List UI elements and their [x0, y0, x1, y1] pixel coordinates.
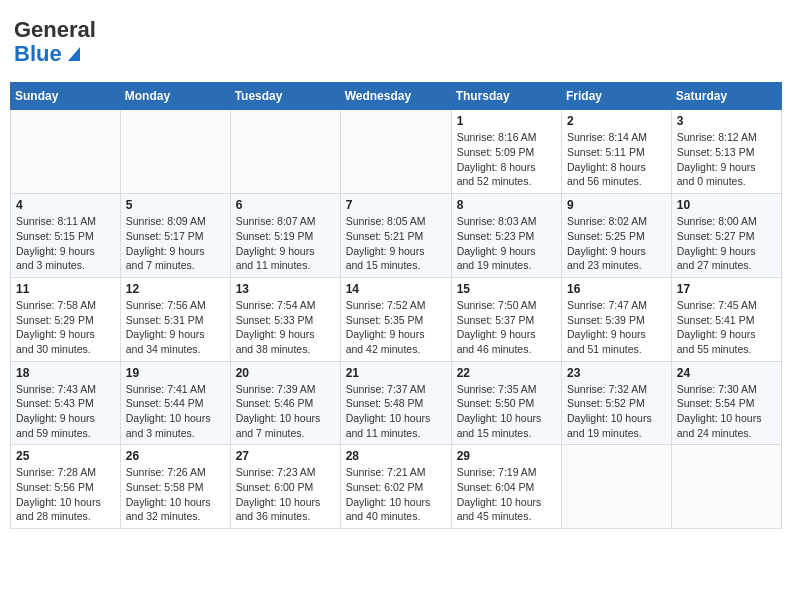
calendar-cell: 13Sunrise: 7:54 AM Sunset: 5:33 PM Dayli…: [230, 277, 340, 361]
weekday-header-monday: Monday: [120, 83, 230, 110]
day-info: Sunrise: 7:35 AM Sunset: 5:50 PM Dayligh…: [457, 382, 556, 441]
calendar-table: SundayMondayTuesdayWednesdayThursdayFrid…: [10, 82, 782, 529]
calendar-cell: 6Sunrise: 8:07 AM Sunset: 5:19 PM Daylig…: [230, 194, 340, 278]
calendar-week-1: 1Sunrise: 8:16 AM Sunset: 5:09 PM Daylig…: [11, 110, 782, 194]
day-info: Sunrise: 7:30 AM Sunset: 5:54 PM Dayligh…: [677, 382, 776, 441]
calendar-week-5: 25Sunrise: 7:28 AM Sunset: 5:56 PM Dayli…: [11, 445, 782, 529]
day-number: 21: [346, 366, 446, 380]
day-number: 13: [236, 282, 335, 296]
day-number: 12: [126, 282, 225, 296]
day-info: Sunrise: 8:14 AM Sunset: 5:11 PM Dayligh…: [567, 130, 666, 189]
calendar-cell: [11, 110, 121, 194]
day-number: 24: [677, 366, 776, 380]
day-info: Sunrise: 8:09 AM Sunset: 5:17 PM Dayligh…: [126, 214, 225, 273]
calendar-cell: 26Sunrise: 7:26 AM Sunset: 5:58 PM Dayli…: [120, 445, 230, 529]
day-info: Sunrise: 7:47 AM Sunset: 5:39 PM Dayligh…: [567, 298, 666, 357]
day-info: Sunrise: 8:07 AM Sunset: 5:19 PM Dayligh…: [236, 214, 335, 273]
calendar-cell: 24Sunrise: 7:30 AM Sunset: 5:54 PM Dayli…: [671, 361, 781, 445]
day-info: Sunrise: 7:45 AM Sunset: 5:41 PM Dayligh…: [677, 298, 776, 357]
day-number: 7: [346, 198, 446, 212]
calendar-cell: [562, 445, 672, 529]
calendar-cell: 19Sunrise: 7:41 AM Sunset: 5:44 PM Dayli…: [120, 361, 230, 445]
day-info: Sunrise: 8:11 AM Sunset: 5:15 PM Dayligh…: [16, 214, 115, 273]
day-number: 6: [236, 198, 335, 212]
day-number: 18: [16, 366, 115, 380]
calendar-week-4: 18Sunrise: 7:43 AM Sunset: 5:43 PM Dayli…: [11, 361, 782, 445]
day-number: 17: [677, 282, 776, 296]
calendar-cell: 16Sunrise: 7:47 AM Sunset: 5:39 PM Dayli…: [562, 277, 672, 361]
day-number: 26: [126, 449, 225, 463]
calendar-cell: 4Sunrise: 8:11 AM Sunset: 5:15 PM Daylig…: [11, 194, 121, 278]
weekday-header-thursday: Thursday: [451, 83, 561, 110]
day-number: 5: [126, 198, 225, 212]
calendar-cell: 14Sunrise: 7:52 AM Sunset: 5:35 PM Dayli…: [340, 277, 451, 361]
day-info: Sunrise: 8:00 AM Sunset: 5:27 PM Dayligh…: [677, 214, 776, 273]
calendar-cell: 5Sunrise: 8:09 AM Sunset: 5:17 PM Daylig…: [120, 194, 230, 278]
day-info: Sunrise: 8:16 AM Sunset: 5:09 PM Dayligh…: [457, 130, 556, 189]
day-number: 11: [16, 282, 115, 296]
calendar-cell: 20Sunrise: 7:39 AM Sunset: 5:46 PM Dayli…: [230, 361, 340, 445]
logo-blue: Blue: [14, 42, 62, 66]
calendar-cell: 23Sunrise: 7:32 AM Sunset: 5:52 PM Dayli…: [562, 361, 672, 445]
day-number: 25: [16, 449, 115, 463]
day-info: Sunrise: 7:19 AM Sunset: 6:04 PM Dayligh…: [457, 465, 556, 524]
day-info: Sunrise: 7:39 AM Sunset: 5:46 PM Dayligh…: [236, 382, 335, 441]
day-number: 16: [567, 282, 666, 296]
day-number: 28: [346, 449, 446, 463]
weekday-header-sunday: Sunday: [11, 83, 121, 110]
day-info: Sunrise: 7:26 AM Sunset: 5:58 PM Dayligh…: [126, 465, 225, 524]
svg-marker-0: [68, 47, 80, 61]
calendar-cell: 28Sunrise: 7:21 AM Sunset: 6:02 PM Dayli…: [340, 445, 451, 529]
day-number: 27: [236, 449, 335, 463]
calendar-cell: 25Sunrise: 7:28 AM Sunset: 5:56 PM Dayli…: [11, 445, 121, 529]
day-number: 14: [346, 282, 446, 296]
day-info: Sunrise: 7:56 AM Sunset: 5:31 PM Dayligh…: [126, 298, 225, 357]
day-number: 20: [236, 366, 335, 380]
day-number: 29: [457, 449, 556, 463]
day-number: 4: [16, 198, 115, 212]
day-info: Sunrise: 7:41 AM Sunset: 5:44 PM Dayligh…: [126, 382, 225, 441]
calendar-cell: 12Sunrise: 7:56 AM Sunset: 5:31 PM Dayli…: [120, 277, 230, 361]
calendar-cell: 2Sunrise: 8:14 AM Sunset: 5:11 PM Daylig…: [562, 110, 672, 194]
calendar-cell: 1Sunrise: 8:16 AM Sunset: 5:09 PM Daylig…: [451, 110, 561, 194]
day-number: 19: [126, 366, 225, 380]
day-info: Sunrise: 7:52 AM Sunset: 5:35 PM Dayligh…: [346, 298, 446, 357]
calendar-cell: 17Sunrise: 7:45 AM Sunset: 5:41 PM Dayli…: [671, 277, 781, 361]
calendar-cell: 29Sunrise: 7:19 AM Sunset: 6:04 PM Dayli…: [451, 445, 561, 529]
calendar-cell: [230, 110, 340, 194]
day-info: Sunrise: 7:50 AM Sunset: 5:37 PM Dayligh…: [457, 298, 556, 357]
day-number: 22: [457, 366, 556, 380]
calendar-cell: 10Sunrise: 8:00 AM Sunset: 5:27 PM Dayli…: [671, 194, 781, 278]
calendar-cell: 22Sunrise: 7:35 AM Sunset: 5:50 PM Dayli…: [451, 361, 561, 445]
calendar-cell: 9Sunrise: 8:02 AM Sunset: 5:25 PM Daylig…: [562, 194, 672, 278]
day-number: 23: [567, 366, 666, 380]
calendar-week-2: 4Sunrise: 8:11 AM Sunset: 5:15 PM Daylig…: [11, 194, 782, 278]
day-info: Sunrise: 7:54 AM Sunset: 5:33 PM Dayligh…: [236, 298, 335, 357]
day-info: Sunrise: 8:12 AM Sunset: 5:13 PM Dayligh…: [677, 130, 776, 189]
calendar-cell: 8Sunrise: 8:03 AM Sunset: 5:23 PM Daylig…: [451, 194, 561, 278]
day-info: Sunrise: 8:02 AM Sunset: 5:25 PM Dayligh…: [567, 214, 666, 273]
day-info: Sunrise: 7:32 AM Sunset: 5:52 PM Dayligh…: [567, 382, 666, 441]
day-number: 10: [677, 198, 776, 212]
weekday-header-friday: Friday: [562, 83, 672, 110]
day-info: Sunrise: 7:37 AM Sunset: 5:48 PM Dayligh…: [346, 382, 446, 441]
calendar-cell: [120, 110, 230, 194]
day-number: 1: [457, 114, 556, 128]
calendar-cell: 7Sunrise: 8:05 AM Sunset: 5:21 PM Daylig…: [340, 194, 451, 278]
day-number: 15: [457, 282, 556, 296]
day-info: Sunrise: 7:23 AM Sunset: 6:00 PM Dayligh…: [236, 465, 335, 524]
day-info: Sunrise: 7:43 AM Sunset: 5:43 PM Dayligh…: [16, 382, 115, 441]
day-number: 2: [567, 114, 666, 128]
day-number: 3: [677, 114, 776, 128]
weekday-header-wednesday: Wednesday: [340, 83, 451, 110]
calendar-cell: 15Sunrise: 7:50 AM Sunset: 5:37 PM Dayli…: [451, 277, 561, 361]
logo-general: General: [14, 18, 96, 42]
weekday-header-row: SundayMondayTuesdayWednesdayThursdayFrid…: [11, 83, 782, 110]
logo: General Blue: [14, 18, 96, 66]
logo-icon: [64, 43, 84, 63]
page-header: General Blue: [10, 10, 782, 74]
day-info: Sunrise: 8:03 AM Sunset: 5:23 PM Dayligh…: [457, 214, 556, 273]
calendar-cell: 11Sunrise: 7:58 AM Sunset: 5:29 PM Dayli…: [11, 277, 121, 361]
day-number: 9: [567, 198, 666, 212]
calendar-cell: [671, 445, 781, 529]
